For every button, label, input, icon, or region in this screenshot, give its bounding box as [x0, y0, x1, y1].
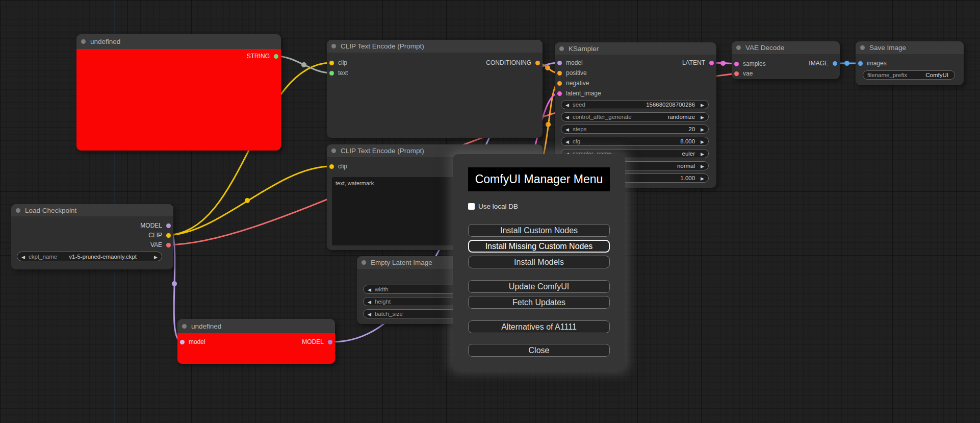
- update-comfyui-button[interactable]: Update ComfyUI: [468, 280, 610, 293]
- install-missing-custom-nodes-button[interactable]: Install Missing Custom Nodes: [468, 240, 610, 253]
- node-title-bar[interactable]: Save Image: [856, 41, 964, 54]
- input-slot-latent-image[interactable]: latent_image: [557, 89, 601, 98]
- slot-dot[interactable]: [166, 223, 171, 228]
- slot-dot[interactable]: [557, 81, 562, 86]
- slot-dot[interactable]: [166, 233, 171, 238]
- slot-label: text: [338, 69, 348, 77]
- collapse-dot-icon[interactable]: [182, 324, 187, 329]
- decrement-arrow-icon[interactable]: [21, 254, 25, 260]
- input-slot-model[interactable]: model: [180, 337, 205, 346]
- collapse-dot-icon[interactable]: [81, 39, 86, 44]
- input-slot-vae[interactable]: vae: [734, 69, 753, 78]
- slot-dot[interactable]: [833, 61, 837, 66]
- increment-arrow-icon[interactable]: [701, 175, 704, 181]
- node-undefined-top[interactable]: undefined STRING: [76, 34, 281, 151]
- decrement-arrow-icon[interactable]: [565, 138, 569, 144]
- output-slot-model[interactable]: MODEL: [140, 221, 171, 230]
- increment-arrow-icon[interactable]: [701, 126, 704, 132]
- widget-control-after-generate[interactable]: control_after_generate randomize: [561, 112, 709, 121]
- node-canvas[interactable]: undefined STRING CLIP Text Encode (Promp…: [0, 0, 980, 423]
- collapse-dot-icon[interactable]: [331, 148, 336, 153]
- slot-dot[interactable]: [166, 243, 171, 247]
- input-slot-positive[interactable]: positive: [557, 68, 587, 78]
- decrement-arrow-icon[interactable]: [368, 298, 371, 305]
- collapse-dot-icon[interactable]: [736, 45, 741, 50]
- collapse-dot-icon[interactable]: [331, 44, 336, 48]
- slot-dot[interactable]: [535, 61, 540, 65]
- widget-seed[interactable]: seed 156680208700286: [561, 100, 709, 109]
- output-slot-latent[interactable]: LATENT: [682, 58, 714, 67]
- widget-value: 156680208700286: [585, 102, 697, 108]
- slot-label: vae: [743, 70, 753, 77]
- output-slot-conditioning[interactable]: CONDITIONING: [486, 58, 540, 67]
- node-title-bar[interactable]: VAE Decode: [732, 41, 840, 54]
- slot-dot[interactable]: [557, 61, 562, 65]
- input-slot-samples[interactable]: samples: [734, 59, 766, 68]
- node-title-bar[interactable]: KSampler: [555, 42, 716, 55]
- output-slot-vae[interactable]: VAE: [150, 240, 171, 250]
- node-vae-decode[interactable]: VAE Decode samples vae IMAGE: [732, 41, 840, 79]
- input-slot-model[interactable]: model: [557, 58, 583, 67]
- collapse-dot-icon[interactable]: [860, 45, 865, 50]
- node-title-bar[interactable]: CLIP Text Encode (Prompt): [327, 40, 543, 53]
- use-local-db-row[interactable]: Use local DB: [468, 203, 610, 210]
- fetch-updates-button[interactable]: Fetch Updates: [468, 296, 610, 309]
- comfyui-manager-dialog: ComfyUI Manager Menu Use local DB Instal…: [453, 154, 625, 370]
- use-local-db-checkbox[interactable]: [468, 203, 475, 210]
- slot-dot[interactable]: [557, 91, 562, 96]
- slot-dot[interactable]: [709, 61, 714, 65]
- increment-arrow-icon[interactable]: [701, 163, 704, 169]
- slot-dot[interactable]: [328, 340, 332, 344]
- node-load-checkpoint[interactable]: Load Checkpoint MODEL CLIP VAE ckpt_name…: [11, 204, 173, 269]
- node-title-bar[interactable]: undefined: [177, 319, 335, 333]
- increment-arrow-icon[interactable]: [701, 114, 704, 120]
- node-save-image[interactable]: Save Image images filename_prefix ComfyU…: [856, 41, 964, 85]
- widget-filename-prefix[interactable]: filename_prefix ComfyUI: [863, 70, 955, 80]
- slot-dot[interactable]: [734, 71, 739, 76]
- slot-dot[interactable]: [274, 54, 278, 59]
- output-slot-model[interactable]: MODEL: [302, 337, 332, 346]
- node-title: Save Image: [869, 44, 906, 52]
- slot-label: negative: [566, 80, 589, 87]
- increment-arrow-icon[interactable]: [701, 138, 704, 144]
- slot-dot[interactable]: [329, 164, 334, 169]
- widget-ckpt-name[interactable]: ckpt_name v1-5-pruned-emaonly.ckpt: [17, 252, 162, 261]
- input-slot-images[interactable]: images: [858, 59, 887, 68]
- node-clip-text-encode-1[interactable]: CLIP Text Encode (Prompt) clip text COND…: [327, 40, 543, 138]
- input-slot-clip[interactable]: clip: [329, 58, 347, 67]
- wire-midpoint-dot: [720, 61, 726, 66]
- increment-arrow-icon[interactable]: [154, 254, 158, 260]
- input-slot-text[interactable]: text: [329, 68, 348, 78]
- install-models-button[interactable]: Install Models: [468, 256, 610, 268]
- widget-cfg[interactable]: cfg 8.000: [561, 137, 709, 146]
- decrement-arrow-icon[interactable]: [565, 102, 569, 108]
- slot-dot[interactable]: [329, 61, 334, 65]
- increment-arrow-icon[interactable]: [701, 102, 704, 108]
- close-button[interactable]: Close: [468, 344, 610, 357]
- node-title-bar[interactable]: undefined: [76, 34, 281, 49]
- output-slot-string[interactable]: STRING: [247, 52, 278, 61]
- slot-dot[interactable]: [734, 62, 739, 66]
- output-slot-clip[interactable]: CLIP: [148, 231, 171, 240]
- slot-dot[interactable]: [180, 340, 185, 344]
- node-undefined-bottom[interactable]: undefined model MODEL: [177, 319, 335, 364]
- install-custom-nodes-button[interactable]: Install Custom Nodes: [468, 224, 610, 237]
- slot-dot[interactable]: [858, 61, 863, 66]
- output-slot-image[interactable]: IMAGE: [809, 59, 837, 68]
- input-slot-negative[interactable]: negative: [557, 79, 589, 88]
- increment-arrow-icon[interactable]: [701, 151, 704, 157]
- slot-dot[interactable]: [557, 71, 562, 76]
- collapse-dot-icon[interactable]: [559, 46, 564, 51]
- decrement-arrow-icon[interactable]: [368, 286, 371, 292]
- widget-steps[interactable]: steps 20: [561, 125, 709, 134]
- alternatives-of-a1111-button[interactable]: Alternatives of A1111: [468, 320, 610, 333]
- decrement-arrow-icon[interactable]: [565, 114, 569, 120]
- slot-dot[interactable]: [329, 71, 334, 76]
- node-title: KSampler: [569, 45, 599, 53]
- decrement-arrow-icon[interactable]: [368, 311, 371, 317]
- input-slot-clip[interactable]: clip: [329, 162, 347, 171]
- node-title-bar[interactable]: Load Checkpoint: [11, 204, 173, 216]
- decrement-arrow-icon[interactable]: [565, 126, 569, 132]
- collapse-dot-icon[interactable]: [362, 260, 366, 265]
- collapse-dot-icon[interactable]: [16, 208, 20, 213]
